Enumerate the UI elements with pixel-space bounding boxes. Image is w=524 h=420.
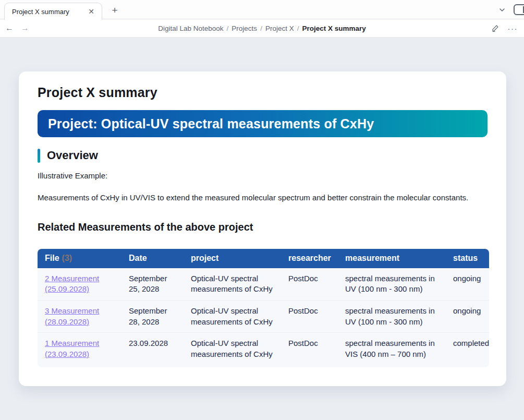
measurement-link[interactable]: 2 Measurement (25.09.2028) (45, 274, 99, 294)
project-cell: Optical-UV spectral measurements of CxHy (184, 300, 281, 332)
table-row: 3 Measurement (28.09.2028) September 28,… (38, 300, 489, 332)
column-header-measurement[interactable]: measurement (338, 249, 446, 268)
measurement-cell: spectral measurements in UV (100 nm - 30… (338, 268, 446, 300)
related-measurements-heading: Related Measurements of the above projec… (38, 221, 488, 233)
tab-title: Project X summary (12, 8, 86, 16)
table-row: 1 Measurement (23.09.2028) 23.09.2028 Op… (38, 332, 489, 367)
column-header-date[interactable]: Date (121, 249, 184, 268)
column-header-file[interactable]: File(3) (38, 249, 121, 268)
navigation-bar: ← → Digital Lab Notebook / Projects / Pr… (0, 19, 524, 38)
chevron-down-icon[interactable] (498, 6, 506, 14)
measurements-table: File(3) Date project researcher measurem… (38, 249, 489, 367)
table-header-row: File(3) Date project researcher measurem… (38, 249, 489, 268)
measurement-cell: spectral measurements in VIS (400 nm – 7… (338, 332, 446, 367)
overview-heading: Overview (47, 149, 98, 162)
researcher-cell: PostDoc (281, 300, 338, 332)
date-cell: September 28, 2028 (121, 300, 184, 332)
column-header-researcher[interactable]: researcher (281, 249, 338, 268)
browser-tab-active[interactable]: Project X summary ✕ (4, 3, 102, 20)
status-cell: completed (446, 332, 489, 367)
tab-close-icon[interactable]: ✕ (86, 7, 96, 16)
measurement-cell: spectral measurements in UV (100 nm - 30… (338, 300, 446, 332)
breadcrumb-item-notebook[interactable]: Digital Lab Notebook (158, 25, 223, 32)
breadcrumb-item-projects[interactable]: Projects (231, 25, 257, 32)
back-button[interactable]: ← (5, 24, 14, 32)
breadcrumb-item-current: Project X summary (302, 25, 365, 32)
breadcrumb-separator: / (227, 25, 229, 32)
file-count-badge: (3) (62, 254, 72, 262)
breadcrumb-separator: / (260, 25, 262, 32)
researcher-cell: PostDoc (281, 268, 338, 300)
date-cell: 23.09.2028 (121, 332, 184, 367)
breadcrumb: Digital Lab Notebook / Projects / Projec… (158, 25, 366, 32)
status-cell: ongoing (446, 300, 489, 332)
column-header-project[interactable]: project (184, 249, 281, 268)
paragraph-illustrative: Illustrative Example: (38, 171, 488, 181)
page-title: Project X summary (38, 85, 488, 100)
project-cell: Optical-UV spectral measurements of CxHy (184, 268, 281, 300)
edit-icon[interactable] (491, 24, 499, 32)
column-header-status[interactable]: status (446, 249, 489, 268)
breadcrumb-separator: / (297, 25, 299, 32)
table-row: 2 Measurement (25.09.2028) September 25,… (38, 268, 489, 300)
researcher-cell: PostDoc (281, 332, 338, 367)
more-options-icon[interactable]: ··· (508, 25, 518, 32)
heading-accent-bar (38, 149, 40, 163)
project-cell: Optical-UV spectral measurements of CxHy (184, 332, 281, 367)
document-card: Project X summary Project: Optical-UV sp… (19, 71, 506, 386)
paragraph-description: Measurements of CxHy in UV/VIS to extend… (38, 193, 488, 203)
new-tab-button[interactable]: + (107, 3, 122, 18)
date-cell: September 25, 2028 (121, 268, 184, 300)
project-banner: Project: Optical-UV spectral measurement… (38, 110, 488, 137)
forward-button[interactable]: → (21, 24, 29, 32)
measurement-link[interactable]: 3 Measurement (28.09.2028) (45, 306, 99, 326)
sidebar-toggle-icon[interactable] (514, 4, 524, 15)
measurement-link[interactable]: 1 Measurement (23.09.2028) (45, 339, 99, 358)
tab-strip: Project X summary ✕ + (0, 0, 524, 19)
status-cell: ongoing (446, 268, 489, 300)
breadcrumb-item-project-x[interactable]: Project X (265, 25, 294, 32)
page-background: Project X summary Project: Optical-UV sp… (0, 38, 524, 419)
